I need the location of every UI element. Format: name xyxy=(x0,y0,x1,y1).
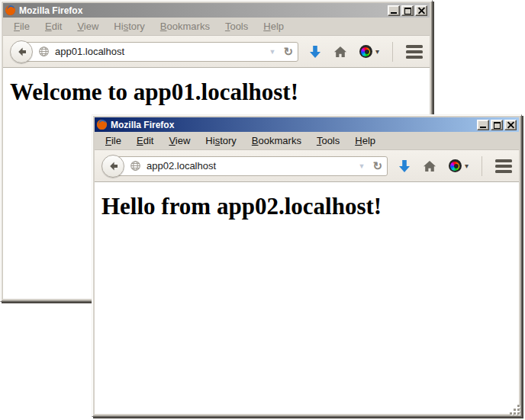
menu-help[interactable]: Help xyxy=(256,19,291,34)
window-title: Mozilla Firefox xyxy=(19,5,385,16)
color-wheel-addon-icon xyxy=(359,45,372,58)
menu-edit[interactable]: Edit xyxy=(129,133,161,148)
minimize-icon xyxy=(391,12,397,14)
close-icon xyxy=(416,6,427,15)
window-controls xyxy=(477,120,517,130)
menu-bookmarks[interactable]: Bookmarks xyxy=(244,133,309,148)
menu-bar: File Edit View History Bookmarks Tools H… xyxy=(95,132,519,150)
close-icon xyxy=(505,120,516,130)
menu-tools[interactable]: Tools xyxy=(217,19,256,34)
url-input[interactable]: app02.localhost xyxy=(147,160,354,172)
addon-button[interactable]: ▾ xyxy=(449,159,469,172)
menu-help[interactable]: Help xyxy=(347,133,383,148)
minimize-icon xyxy=(480,127,486,128)
url-bar[interactable]: app02.localhost ▼ ↻ xyxy=(113,156,388,176)
back-button[interactable] xyxy=(10,40,33,63)
url-input[interactable]: app01.localhost xyxy=(55,46,265,57)
resize-grip[interactable] xyxy=(510,405,520,415)
toolbar-separator xyxy=(392,42,393,62)
reload-icon[interactable]: ↻ xyxy=(369,160,382,172)
urlbar-dropdown-icon[interactable]: ▼ xyxy=(265,48,279,56)
window-controls xyxy=(388,5,428,16)
navigation-toolbar: app02.localhost ▼ ↻ ▾ xyxy=(95,150,519,182)
download-icon[interactable] xyxy=(309,45,321,59)
menu-bar: File Edit View History Bookmarks Tools H… xyxy=(3,18,430,36)
page-heading: Welcome to app01.localhost! xyxy=(10,79,430,106)
firefox-logo-icon xyxy=(96,119,108,130)
maximize-icon xyxy=(404,8,411,14)
window-title: Mozilla Firefox xyxy=(111,120,474,130)
titlebar[interactable]: Mozilla Firefox xyxy=(3,3,430,18)
menu-bookmarks[interactable]: Bookmarks xyxy=(153,19,217,34)
page-content: Hello from app02.localhost! xyxy=(95,182,519,414)
home-icon[interactable] xyxy=(333,46,347,58)
urlbar-group: app02.localhost ▼ ↻ xyxy=(101,155,388,178)
close-button[interactable] xyxy=(415,5,427,16)
reload-icon[interactable]: ↻ xyxy=(279,46,293,57)
minimize-button[interactable] xyxy=(388,5,400,16)
navigation-toolbar: app01.localhost ▼ ↻ ▾ xyxy=(3,36,430,68)
menu-view[interactable]: View xyxy=(69,19,106,34)
urlbar-dropdown-icon[interactable]: ▼ xyxy=(354,162,369,170)
hamburger-menu-icon[interactable] xyxy=(495,159,512,173)
maximize-icon xyxy=(494,122,501,129)
toolbar-buttons: ▾ xyxy=(398,156,512,176)
menu-edit[interactable]: Edit xyxy=(37,19,69,34)
hamburger-menu-icon[interactable] xyxy=(406,45,423,59)
toolbar-separator xyxy=(482,156,482,176)
menu-history[interactable]: History xyxy=(106,19,152,34)
addon-dropdown-icon[interactable]: ▾ xyxy=(375,47,379,56)
addon-dropdown-icon[interactable]: ▾ xyxy=(465,162,469,170)
toolbar-buttons: ▾ xyxy=(309,42,423,62)
home-icon[interactable] xyxy=(423,160,436,172)
back-button[interactable] xyxy=(101,155,124,178)
color-wheel-addon-icon xyxy=(449,159,462,172)
menu-file[interactable]: File xyxy=(6,19,37,34)
maximize-button[interactable] xyxy=(491,120,503,130)
download-icon[interactable] xyxy=(398,159,411,173)
url-bar[interactable]: app01.localhost ▼ ↻ xyxy=(21,42,298,62)
menu-tools[interactable]: Tools xyxy=(309,133,347,148)
globe-icon xyxy=(130,160,141,172)
close-button[interactable] xyxy=(504,120,517,130)
minimize-button[interactable] xyxy=(477,120,489,130)
page-heading: Hello from app02.localhost! xyxy=(101,193,519,220)
back-icon xyxy=(107,160,119,172)
menu-history[interactable]: History xyxy=(198,133,243,148)
globe-icon xyxy=(38,46,50,57)
browser-window-app02: Mozilla Firefox File Edit View History B… xyxy=(92,114,522,417)
firefox-logo-icon xyxy=(5,5,16,16)
menu-file[interactable]: File xyxy=(98,133,129,148)
menu-view[interactable]: View xyxy=(161,133,198,148)
titlebar[interactable]: Mozilla Firefox xyxy=(95,117,519,132)
maximize-button[interactable] xyxy=(401,5,414,16)
urlbar-group: app01.localhost ▼ ↻ xyxy=(10,40,298,63)
desktop: Mozilla Firefox File Edit View History B… xyxy=(0,0,525,420)
addon-button[interactable]: ▾ xyxy=(359,45,379,58)
back-icon xyxy=(15,46,27,58)
